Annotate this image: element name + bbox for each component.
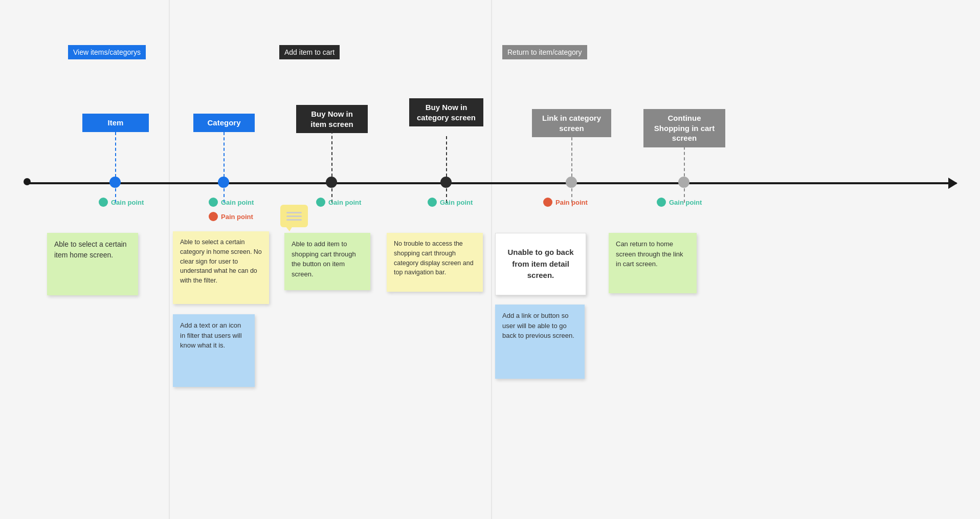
speech-bubble <box>280 205 308 227</box>
gain-dot-6 <box>657 198 666 207</box>
gain-point-1: Gain point <box>99 198 144 207</box>
sticky-add-item-cart: Able to add item to shopping cart throug… <box>284 233 370 290</box>
gain-label-4: Gain point <box>440 199 473 206</box>
gain-label-3: Gain point <box>328 199 361 206</box>
divider-2 <box>491 0 492 519</box>
dot-category <box>218 177 229 188</box>
dashed-line-6 <box>684 141 685 182</box>
pain-label-2: Pain point <box>555 199 588 206</box>
gain-point-6: Gain point <box>657 198 702 207</box>
sticky-add-link-button: Add a link or button so user will be abl… <box>495 305 585 379</box>
timeline-line <box>26 182 956 184</box>
gain-point-4: Gain point <box>428 198 473 207</box>
touchpoint-label-category: Category <box>193 114 255 132</box>
canvas: View items/categorys Add item to cart Re… <box>0 0 980 519</box>
gain-point-2: Gain point <box>209 198 254 207</box>
dot-buynow-item <box>326 177 337 188</box>
dot-item <box>109 177 121 188</box>
dashed-line-5 <box>571 132 572 177</box>
gain-label-1: Gain point <box>111 199 144 206</box>
gain-dot-4 <box>428 198 437 207</box>
sticky-category-filter: Able to select a certain category in hom… <box>173 231 269 304</box>
dot-buynow-category <box>440 177 452 188</box>
section-label-return: Return to item/category <box>502 45 587 59</box>
dot-link-category <box>566 177 577 188</box>
gain-point-3: Gain point <box>316 198 361 207</box>
pain-label-1: Pain point <box>221 213 253 221</box>
divider-1 <box>169 0 170 519</box>
gain-dot-1 <box>99 198 108 207</box>
speech-bubble-lines <box>286 212 302 221</box>
timeline-arrow <box>948 178 957 189</box>
timeline-start-dot <box>24 178 31 185</box>
gain-dot-2 <box>209 198 218 207</box>
sticky-unable-go-back: Unable to go back from item detail scree… <box>495 233 586 295</box>
sticky-select-item: Able to select a certain item home scree… <box>47 233 138 295</box>
pain-point-1: Pain point <box>209 212 253 221</box>
gain-label-2: Gain point <box>221 199 254 206</box>
dashed-line-1 <box>115 132 116 177</box>
touchpoint-label-buynow-category: Buy Now in category screen <box>409 98 483 126</box>
pain-dot-1 <box>209 212 218 221</box>
speech-bubble-line-1 <box>286 212 302 213</box>
dashed-line-3 <box>331 131 332 177</box>
touchpoint-label-link-category: Link in category screen <box>532 109 611 137</box>
section-label-add-item: Add item to cart <box>279 45 340 59</box>
touchpoint-label-buynow-item: Buy Now in item screen <box>296 105 368 133</box>
sticky-return-home: Can return to home screen through the li… <box>609 233 697 293</box>
dashed-line-2 <box>224 132 225 177</box>
pain-dot-2 <box>543 198 552 207</box>
touchpoint-label-continue-shopping: Continue Shopping in cart screen <box>643 109 725 147</box>
speech-bubble-line-2 <box>286 215 302 217</box>
gain-dot-3 <box>316 198 325 207</box>
dashed-line-4 <box>446 136 447 177</box>
touchpoint-label-item: Item <box>82 114 149 132</box>
sticky-filter-text: Add a text or an icon in filter that use… <box>173 314 255 387</box>
sticky-shopping-cart-access: No trouble to access the shopping cart t… <box>387 233 483 292</box>
dot-continue-shopping <box>678 177 689 188</box>
speech-bubble-line-3 <box>286 219 302 221</box>
pain-point-2: Pain point <box>543 198 588 207</box>
gain-label-6: Gain point <box>669 199 702 206</box>
section-label-view-items: View items/categorys <box>68 45 146 59</box>
